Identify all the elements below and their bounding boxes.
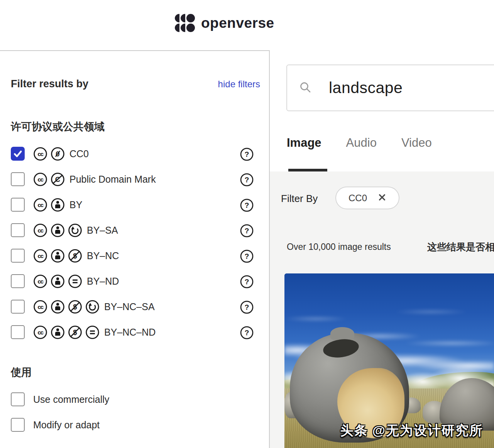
license-label: BY <box>69 199 82 210</box>
help-icon[interactable]: ? <box>240 224 253 237</box>
license-label: BY–ND <box>87 276 119 287</box>
search-input[interactable] <box>329 79 483 97</box>
license-label: BY–NC–ND <box>104 327 156 338</box>
use-checkbox[interactable] <box>11 418 25 432</box>
license-icons: cc <box>33 274 82 288</box>
filter-panel-title: Filter results by <box>11 78 88 90</box>
license-row-by: ccBY? <box>11 195 260 215</box>
license-label: BY–SA <box>87 225 118 236</box>
results-count: Over 10,000 image results <box>287 242 391 252</box>
license-row-cc0: cc0CC0? <box>11 144 260 164</box>
chip-remove-icon[interactable] <box>378 193 386 203</box>
logo-wordmark: openverse <box>201 15 274 31</box>
svg-text:?: ? <box>245 150 249 158</box>
license-icons: cc$ <box>33 325 100 339</box>
photo-watermark: 头条 @无为设计研究所 <box>340 422 483 440</box>
openverse-logo-icon <box>175 14 195 32</box>
filter-by-label: Filter By <box>281 193 318 205</box>
use-row-use-commercially: Use commercially <box>11 391 260 408</box>
chip-label: CC0 <box>349 193 367 204</box>
tab-audio[interactable]: Audio <box>346 136 377 150</box>
help-icon[interactable]: ? <box>240 326 253 339</box>
license-row-by-nc-nd: cc$BY–NC–ND? <box>11 322 260 342</box>
svg-text:?: ? <box>245 278 249 286</box>
filter-panel-header: Filter results by hide filters <box>11 78 260 90</box>
license-row-public-domain-mark: ccCPublic Domain Mark? <box>11 169 260 189</box>
license-checkbox[interactable] <box>11 223 25 237</box>
use-row-modify-or-adapt: Modify or adapt <box>11 416 260 433</box>
result-image-landscape[interactable]: 头条 @无为设计研究所 <box>284 273 494 448</box>
use-label: Use commercially <box>33 394 109 405</box>
license-row-by-nc-sa: cc$BY–NC–SA? <box>11 297 260 317</box>
svg-text:cc: cc <box>37 304 44 310</box>
svg-text:cc: cc <box>37 227 44 234</box>
app-header: openverse <box>0 0 494 51</box>
license-icons: cc$ <box>33 249 82 263</box>
boulder-knob <box>330 327 354 340</box>
help-icon[interactable]: ? <box>240 147 253 160</box>
help-icon[interactable]: ? <box>240 300 253 313</box>
svg-text:cc: cc <box>37 329 44 336</box>
license-icons: cc <box>33 223 82 238</box>
boulder-crevice <box>322 337 360 360</box>
svg-text:?: ? <box>245 176 249 184</box>
license-icons: cc0 <box>33 147 65 161</box>
header-divider <box>0 50 269 51</box>
license-checkbox[interactable] <box>11 325 25 339</box>
help-icon[interactable]: ? <box>240 275 253 288</box>
help-icon[interactable]: ? <box>240 249 253 262</box>
license-checkbox[interactable] <box>11 249 25 263</box>
svg-text:?: ? <box>245 201 249 209</box>
svg-text:?: ? <box>245 227 249 235</box>
license-row-by-nc: cc$BY–NC? <box>11 246 260 266</box>
svg-text:?: ? <box>245 303 249 311</box>
tab-image[interactable]: Image <box>287 136 321 150</box>
search-bar[interactable] <box>286 64 494 111</box>
license-label: Public Domain Mark <box>69 174 156 185</box>
license-icons: ccC <box>33 172 65 187</box>
license-row-by-nd: ccBY–ND? <box>11 271 260 291</box>
license-section-title: 许可协议或公共领域 <box>11 120 105 134</box>
license-row-by-sa: ccBY–SA? <box>11 220 260 240</box>
search-icon <box>299 81 312 95</box>
svg-text:cc: cc <box>37 253 44 259</box>
help-icon[interactable]: ? <box>240 198 253 211</box>
license-icons: cc$ <box>33 300 100 314</box>
openverse-logo[interactable]: openverse <box>175 14 274 32</box>
svg-text:?: ? <box>245 252 249 260</box>
license-checkbox[interactable] <box>11 172 25 186</box>
license-checkbox[interactable] <box>11 198 25 212</box>
license-icons: cc <box>33 198 65 212</box>
active-filter-chip[interactable]: CC0 <box>335 187 399 209</box>
license-label: BY–NC–SA <box>104 301 155 312</box>
media-type-tabs: ImageAudioVideo <box>287 136 432 150</box>
license-label: BY–NC <box>87 250 119 261</box>
use-section-title: 使用 <box>11 365 32 379</box>
relevance-question: 这些结果是否相 <box>427 241 494 253</box>
svg-text:cc: cc <box>37 202 44 208</box>
use-label: Modify or adapt <box>33 419 100 431</box>
tab-video[interactable]: Video <box>401 136 432 150</box>
license-checkbox[interactable] <box>11 274 25 288</box>
svg-text:cc: cc <box>37 151 44 157</box>
license-checkbox[interactable] <box>11 300 25 314</box>
svg-text:cc: cc <box>37 176 44 183</box>
license-label: CC0 <box>69 148 89 160</box>
svg-text:?: ? <box>245 329 249 337</box>
hide-filters-link[interactable]: hide filters <box>218 79 260 90</box>
license-checkbox[interactable] <box>11 147 25 161</box>
help-icon[interactable]: ? <box>240 173 253 186</box>
active-tab-underline <box>288 169 327 171</box>
svg-text:cc: cc <box>37 278 44 285</box>
use-checkbox[interactable] <box>11 392 25 406</box>
